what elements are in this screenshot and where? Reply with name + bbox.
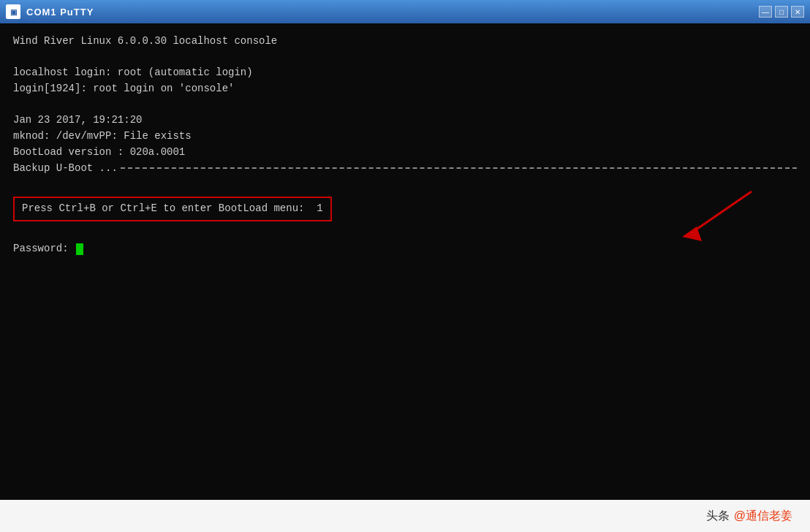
window-title: COM1 PuTTY	[26, 7, 94, 18]
terminal-line-8: BootLoad version : 020a.0001	[13, 145, 797, 161]
terminal-line-9: Backup U-Boot ...	[13, 161, 118, 177]
platform-label: 头条	[706, 509, 730, 524]
close-button[interactable]: ✕	[791, 6, 804, 18]
terminal-line-7: mknod: /dev/mvPP: File exists	[13, 129, 797, 145]
terminal-spacer-1	[13, 50, 797, 66]
terminal-line-3: localhost login: root (automatic login)	[13, 65, 797, 81]
terminal-spacer-4	[13, 226, 797, 242]
terminal-cursor	[76, 243, 83, 255]
window-controls: — □ ✕	[759, 6, 804, 18]
minimize-button[interactable]: —	[759, 6, 772, 18]
watermark-bar: 头条 @通信老姜	[0, 500, 810, 532]
bootload-menu-box: Press Ctrl+B or Ctrl+E to enter BootLoad…	[13, 197, 332, 221]
maximize-button[interactable]: □	[775, 6, 788, 18]
terminal-line-4: login[1924]: root login on 'console'	[13, 81, 797, 97]
title-bar: ▣ COM1 PuTTY — □ ✕	[0, 0, 810, 23]
putty-icon: ▣	[6, 4, 20, 19]
terminal-spacer-2	[13, 97, 797, 113]
author-handle: @通信老姜	[734, 509, 792, 524]
password-label: Password:	[13, 241, 75, 257]
terminal-window: Wind River Linux 6.0.0.30 localhost cons…	[0, 23, 810, 500]
terminal-spacer-3	[13, 176, 797, 192]
bootload-menu-line: Press Ctrl+B or Ctrl+E to enter BootLoad…	[22, 201, 323, 217]
terminal-line-6: Jan 23 2017, 19:21:20	[13, 113, 797, 129]
terminal-line-1: Wind River Linux 6.0.0.30 localhost cons…	[13, 34, 797, 50]
